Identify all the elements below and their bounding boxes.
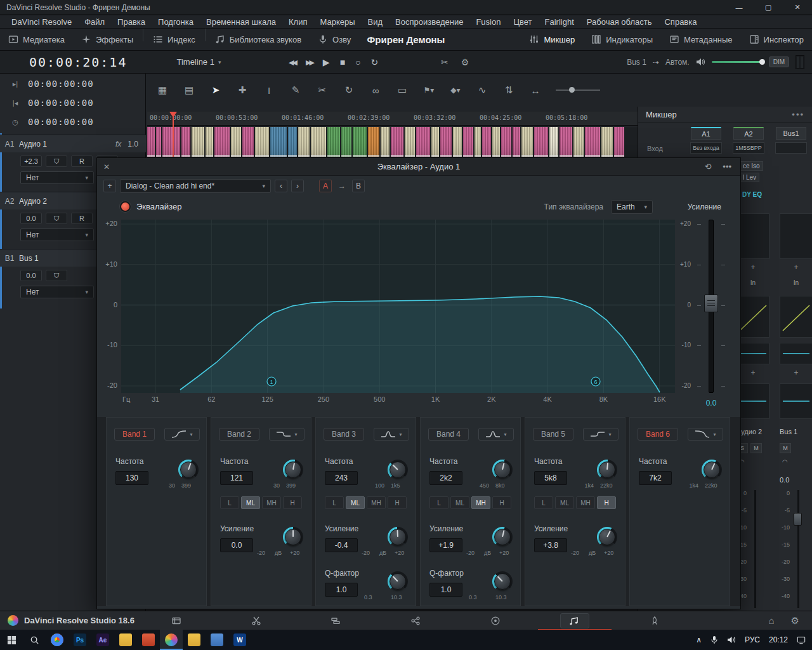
menu-item-12[interactable]: Рабочая область (580, 17, 658, 27)
band-enable-button[interactable]: Band 6 (638, 428, 678, 441)
strip-mute-button[interactable]: M (750, 443, 762, 453)
prev-frame-icon[interactable]: |◂ (9, 99, 22, 107)
menu-item-8[interactable]: Воспроизведение (389, 17, 469, 27)
gain-value-box[interactable]: +3.8 (534, 538, 567, 552)
audio-clip-segment[interactable] (405, 127, 415, 157)
grid-view-icon[interactable]: ▦ (156, 84, 169, 96)
audio-clip-segment[interactable] (440, 127, 452, 157)
loop-icon[interactable]: ↻ (343, 84, 355, 96)
strip-pan-control[interactable]: ◠ (782, 458, 788, 465)
fader-handle[interactable] (794, 513, 802, 526)
gain-value-box[interactable]: +1.9 (429, 538, 462, 552)
frequency-value-box[interactable]: 243 (325, 471, 358, 485)
timeline-ruler[interactable]: 00:00:00:0000:00:53:0000:01:46:0000:02:3… (147, 112, 638, 126)
search-icon[interactable] (23, 630, 46, 650)
slope-button-h[interactable]: H (492, 496, 511, 509)
track-eq-dropdown[interactable]: Нет▾ (20, 229, 94, 241)
timeline-selector[interactable]: Timeline 1 ▾ (176, 57, 221, 67)
track-eq-dropdown[interactable]: Нет▾ (20, 171, 94, 184)
strip-eq-thumbnail[interactable] (737, 296, 769, 338)
gain-knob[interactable] (597, 527, 617, 547)
audio-clip-segment[interactable] (431, 127, 439, 157)
page-button-fusion[interactable] (401, 613, 430, 628)
frequency-knob[interactable] (702, 460, 722, 480)
audio-clip-segment[interactable] (156, 127, 161, 157)
audio-clip-segment[interactable] (288, 127, 297, 157)
q-value-box[interactable]: 1.0 (325, 583, 358, 597)
settings-gear-icon[interactable]: ⚙ (791, 615, 799, 627)
track-control-button[interactable]: ⛉ (46, 270, 67, 281)
band-shape-dropdown[interactable]: ▾ (583, 428, 619, 441)
ab-compare-a-button[interactable]: A (319, 180, 332, 192)
frequency-value-box[interactable]: 2k2 (429, 471, 462, 485)
gain-knob[interactable] (283, 527, 303, 547)
toolbar-item-adr-mic[interactable]: Озву (310, 29, 359, 50)
audio-clip-segment[interactable] (463, 127, 473, 157)
history-icon[interactable]: ⟲ (704, 162, 711, 171)
fader-track[interactable] (797, 490, 799, 608)
audio-clip-segment[interactable] (147, 127, 155, 157)
pointer-tool-icon[interactable]: ➤ (209, 84, 222, 96)
audio-clip-segment[interactable] (231, 127, 241, 157)
track-header-A1[interactable]: A1Аудио 1fx1.0 (0, 135, 146, 152)
track-control-button[interactable]: R (71, 213, 93, 224)
audio-clip-segment[interactable] (255, 127, 269, 157)
automation-label[interactable]: Автом. (665, 58, 690, 67)
toolbar-item-meters[interactable]: Индикаторы (583, 34, 661, 44)
taskbar-app-chrome[interactable] (46, 630, 69, 650)
audio-clip-segment[interactable] (601, 127, 613, 157)
home-icon[interactable]: ⌂ (768, 615, 774, 627)
slope-button-l[interactable]: L (325, 496, 344, 509)
slope-button-ml[interactable]: ML (555, 496, 574, 509)
gain-value-box[interactable]: -0.4 (325, 538, 358, 552)
track-gain-box[interactable]: 0.0 (20, 270, 42, 281)
preset-prev-button[interactable]: ‹ (275, 180, 287, 192)
audio-clip-segment[interactable] (549, 127, 558, 157)
taskbar-app-app-red[interactable] (137, 630, 160, 650)
band-shape-dropdown[interactable]: ▾ (164, 428, 200, 441)
audio-clip-segment[interactable] (614, 127, 624, 157)
audio-clip-segment[interactable] (368, 127, 379, 157)
minimize-button[interactable]: — (724, 0, 754, 15)
taskbar-app-photoshop[interactable]: Ps (69, 630, 91, 650)
audio-clip-segment[interactable] (391, 127, 403, 157)
track-control-button[interactable]: R (71, 156, 93, 167)
marker-icon[interactable]: ◆▾ (449, 86, 462, 95)
toolbar-item-sound-library[interactable]: Библиотека звуков (207, 29, 310, 50)
zoom-slider[interactable] (556, 90, 600, 91)
eq-graph[interactable]: 16 (121, 220, 675, 393)
menu-item-0[interactable]: DaVinci Resolve (5, 17, 78, 27)
tray-expand-icon[interactable]: ∧ (696, 635, 702, 644)
trim-tool-icon[interactable]: ✚ (236, 84, 249, 96)
eq-enable-toggle[interactable] (120, 201, 131, 212)
slope-button-l[interactable]: L (220, 496, 239, 509)
slope-button-ml[interactable]: ML (450, 496, 469, 509)
strip-eq-thumbnail[interactable] (780, 296, 812, 338)
monitor-volume-slider[interactable] (712, 61, 763, 63)
language-indicator[interactable]: РУС (745, 635, 760, 644)
razor-auto-icon[interactable]: ✂ (441, 57, 449, 67)
menu-item-10[interactable]: Цвет (507, 17, 538, 27)
playhead[interactable] (173, 112, 174, 157)
dialog-menu-icon[interactable]: ••• (723, 162, 731, 171)
track-gain-box[interactable]: 0.0 (20, 213, 42, 224)
menu-item-9[interactable]: Fusion (469, 17, 507, 27)
ab-compare-b-button[interactable]: B (352, 180, 365, 192)
menu-item-6[interactable]: Маркеры (313, 17, 361, 27)
slope-button-l[interactable]: L (429, 496, 449, 509)
page-button-cut[interactable] (242, 613, 271, 628)
strip-aux-box[interactable] (780, 383, 812, 419)
audio-clip-segment[interactable] (521, 127, 533, 157)
band-shape-dropdown[interactable]: ▾ (688, 428, 723, 441)
fader-track[interactable] (754, 490, 756, 608)
audio-clip-segment[interactable] (206, 127, 213, 157)
menu-item-13[interactable]: Справка (658, 17, 703, 27)
toolbar-item-effects[interactable]: Эффекты (73, 29, 141, 50)
menu-item-1[interactable]: Файл (78, 17, 111, 27)
clock-icon[interactable]: ◷ (9, 118, 22, 126)
frequency-value-box[interactable]: 7k2 (639, 471, 672, 485)
toolbar-item-inspector[interactable]: Инспектор (741, 34, 812, 44)
band-shape-dropdown[interactable]: ▾ (478, 428, 514, 441)
start-button[interactable] (0, 630, 23, 650)
rows-view-icon[interactable]: ▤ (183, 84, 195, 96)
